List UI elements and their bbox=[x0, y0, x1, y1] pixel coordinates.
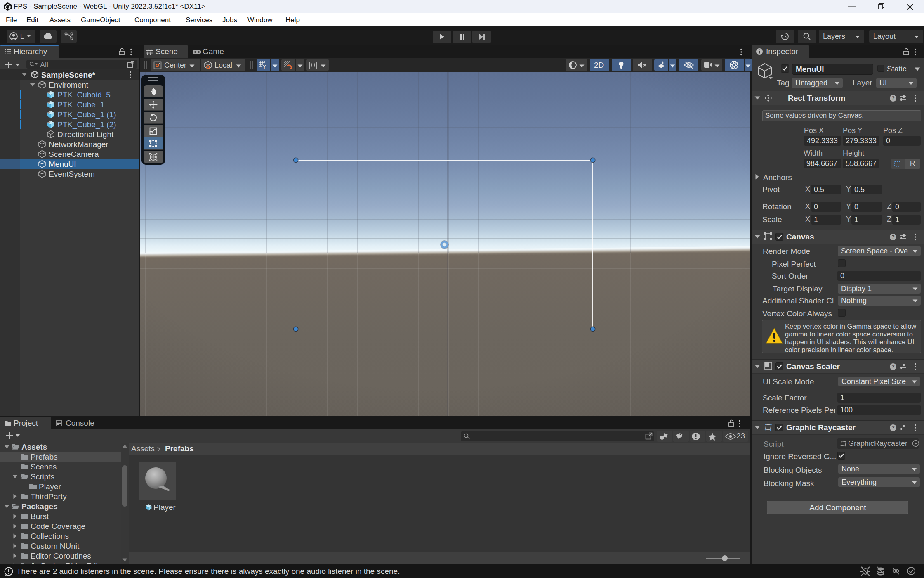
svg-text:Y: Y bbox=[263, 64, 266, 69]
svg-text:?: ? bbox=[892, 95, 895, 101]
svg-text:?: ? bbox=[892, 234, 895, 240]
svg-text:?: ? bbox=[892, 364, 895, 370]
svg-text:L: L bbox=[20, 33, 24, 40]
svg-text:?: ? bbox=[892, 425, 895, 431]
